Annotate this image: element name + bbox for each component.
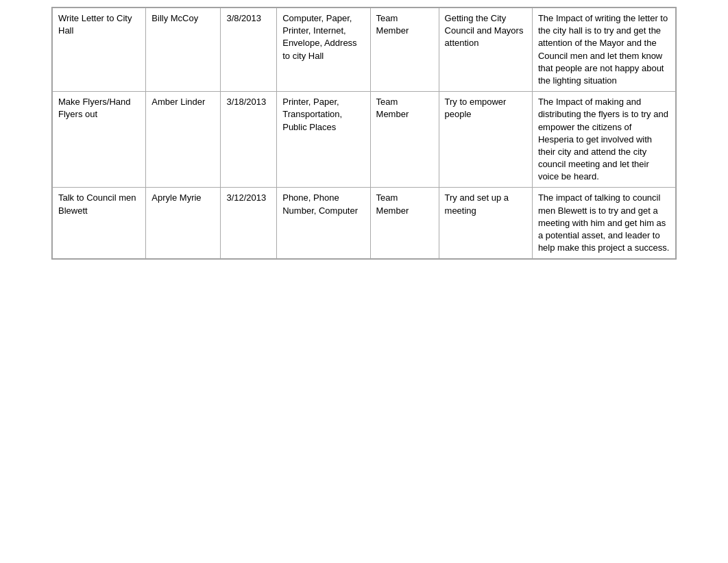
page-container: Write Letter to City HallBilly McCoy3/8/… xyxy=(0,7,728,563)
resources-cell: Computer, Paper, Printer, Internet, Enve… xyxy=(277,8,370,92)
table-row: Make Flyers/Hand Flyers outAmber Linder3… xyxy=(53,92,676,188)
task-cell: Talk to Council men Blewett xyxy=(53,188,146,259)
action-table: Write Letter to City HallBilly McCoy3/8/… xyxy=(52,8,676,259)
impact-cell: The impact of talking to council men Ble… xyxy=(532,188,675,259)
table-wrapper: Write Letter to City HallBilly McCoy3/8/… xyxy=(51,7,677,260)
role-cell: Team Member xyxy=(370,8,439,92)
role-cell: Team Member xyxy=(370,188,439,259)
date-cell: 3/18/2013 xyxy=(221,92,277,188)
person-cell: Billy McCoy xyxy=(146,8,221,92)
date-cell: 3/8/2013 xyxy=(221,8,277,92)
goal-cell: Getting the City Council and Mayors atte… xyxy=(439,8,532,92)
table-row: Write Letter to City HallBilly McCoy3/8/… xyxy=(53,8,676,92)
resources-cell: Printer, Paper, Transportation, Public P… xyxy=(277,92,370,188)
task-cell: Make Flyers/Hand Flyers out xyxy=(53,92,146,188)
table-row: Talk to Council men BlewettApryle Myrie3… xyxy=(53,188,676,259)
date-cell: 3/12/2013 xyxy=(221,188,277,259)
goal-cell: Try and set up a meeting xyxy=(439,188,532,259)
impact-cell: The Impact of writing the letter to the … xyxy=(532,8,675,92)
task-cell: Write Letter to City Hall xyxy=(53,8,146,92)
person-cell: Apryle Myrie xyxy=(146,188,221,259)
goal-cell: Try to empower people xyxy=(439,92,532,188)
role-cell: Team Member xyxy=(370,92,439,188)
resources-cell: Phone, Phone Number, Computer xyxy=(277,188,370,259)
person-cell: Amber Linder xyxy=(146,92,221,188)
impact-cell: The Impact of making and distributing th… xyxy=(532,92,675,188)
